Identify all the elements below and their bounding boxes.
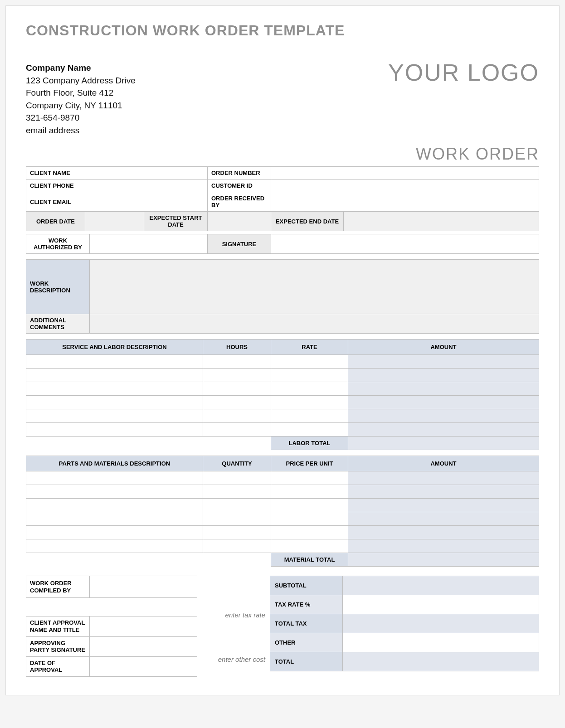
other-label: OTHER	[270, 633, 343, 652]
parts-row	[26, 512, 539, 526]
tax-rate-field[interactable]	[343, 595, 539, 614]
approving-signature-field[interactable]	[90, 636, 197, 656]
signature-label: SIGNATURE	[208, 234, 271, 254]
order-received-by-label: ORDER RECEIVED BY	[208, 192, 271, 212]
order-received-by-field[interactable]	[271, 192, 539, 212]
parts-row	[26, 485, 539, 499]
order-date-field[interactable]	[85, 212, 144, 231]
parts-price-header: PRICE PER UNIT	[271, 456, 348, 471]
approval-date-label: DATE OF APPROVAL	[26, 656, 90, 676]
client-name-label: CLIENT NAME	[26, 167, 85, 180]
total-tax-field[interactable]	[343, 614, 539, 633]
work-authorized-by-field[interactable]	[90, 234, 208, 254]
order-date-label: ORDER DATE	[26, 212, 85, 231]
service-row	[26, 355, 539, 369]
service-row	[26, 409, 539, 423]
order-number-field[interactable]	[271, 167, 539, 180]
total-field[interactable]	[343, 652, 539, 671]
approving-signature-label: APPROVING PARTY SIGNATURE	[26, 636, 90, 656]
company-phone: 321-654-9870	[26, 112, 136, 124]
client-approval-name-field[interactable]	[90, 616, 197, 636]
service-row	[26, 382, 539, 396]
authorization-table: WORK AUTHORIZED BY SIGNATURE	[26, 234, 539, 254]
tax-rate-label: TAX RATE %	[270, 595, 343, 614]
client-email-field[interactable]	[85, 192, 208, 212]
service-description-header: SERVICE AND LABOR DESCRIPTION	[26, 340, 203, 355]
service-hours-header: HOURS	[203, 340, 271, 355]
service-row	[26, 396, 539, 409]
work-description-field[interactable]	[90, 260, 539, 314]
subtotal-field[interactable]	[343, 576, 539, 595]
compiled-by-field[interactable]	[90, 576, 197, 598]
service-amount-header: AMOUNT	[348, 340, 539, 355]
approval-table: CLIENT APPROVAL NAME AND TITLE APPROVING…	[26, 616, 197, 677]
client-phone-label: CLIENT PHONE	[26, 180, 85, 192]
document-title: CONSTRUCTION WORK ORDER TEMPLATE	[26, 22, 539, 39]
customer-id-label: CUSTOMER ID	[208, 180, 271, 192]
approval-date-field[interactable]	[90, 656, 197, 676]
subtotal-label: SUBTOTAL	[270, 576, 343, 595]
client-name-field[interactable]	[85, 167, 208, 180]
client-phone-field[interactable]	[85, 180, 208, 192]
parts-amount-header: AMOUNT	[348, 456, 539, 471]
labor-total-field[interactable]	[348, 437, 539, 450]
service-rate-header: RATE	[271, 340, 348, 355]
client-email-label: CLIENT EMAIL	[26, 192, 85, 212]
tax-rate-hint: enter tax rate	[197, 604, 270, 626]
service-row	[26, 369, 539, 382]
order-number-label: ORDER NUMBER	[208, 167, 271, 180]
other-field[interactable]	[343, 633, 539, 652]
service-labor-table: SERVICE AND LABOR DESCRIPTION HOURS RATE…	[26, 339, 539, 450]
service-row	[26, 423, 539, 437]
company-address-line2: Fourth Floor, Suite 412	[26, 87, 136, 99]
total-tax-label: TOTAL TAX	[270, 614, 343, 633]
company-address-line1: 123 Company Address Drive	[26, 74, 136, 87]
left-column: WORK ORDER COMPILED BY CLIENT APPROVAL N…	[26, 576, 197, 677]
company-block: Company Name 123 Company Address Drive F…	[26, 62, 136, 136]
other-cost-hint: enter other cost	[197, 648, 270, 670]
parts-row	[26, 471, 539, 485]
additional-comments-field[interactable]	[90, 314, 539, 334]
client-info-table: CLIENT NAME ORDER NUMBER CLIENT PHONE CU…	[26, 166, 539, 231]
client-approval-name-label: CLIENT APPROVAL NAME AND TITLE	[26, 616, 90, 636]
parts-materials-table: PARTS AND MATERIALS DESCRIPTION QUANTITY…	[26, 456, 539, 567]
material-total-label: MATERIAL TOTAL	[271, 553, 348, 567]
compiled-by-box: WORK ORDER COMPILED BY	[26, 576, 197, 598]
footer-row: WORK ORDER COMPILED BY CLIENT APPROVAL N…	[26, 576, 539, 677]
logo-placeholder: YOUR LOGO	[388, 59, 539, 86]
compiled-by-label: WORK ORDER COMPILED BY	[26, 576, 90, 598]
expected-end-date-label: EXPECTED END DATE	[271, 212, 344, 231]
signature-field[interactable]	[271, 234, 539, 254]
company-name: Company Name	[26, 62, 136, 74]
total-label: TOTAL	[270, 652, 343, 671]
customer-id-field[interactable]	[271, 180, 539, 192]
parts-row	[26, 526, 539, 539]
company-email: email address	[26, 124, 136, 137]
work-order-heading: WORK ORDER	[26, 145, 539, 164]
description-table: WORK DESCRIPTION ADDITIONAL COMMENTS	[26, 259, 539, 334]
parts-row	[26, 499, 539, 512]
expected-start-date-label: EXPECTED START DATE	[144, 212, 208, 231]
parts-description-header: PARTS AND MATERIALS DESCRIPTION	[26, 456, 203, 471]
parts-quantity-header: QUANTITY	[203, 456, 271, 471]
page: CONSTRUCTION WORK ORDER TEMPLATE Company…	[5, 5, 560, 695]
additional-comments-label: ADDITIONAL COMMENTS	[26, 314, 90, 334]
work-description-label: WORK DESCRIPTION	[26, 260, 90, 314]
company-address-line3: Company City, NY 11101	[26, 99, 136, 112]
expected-start-date-field[interactable]	[208, 212, 271, 231]
parts-row	[26, 539, 539, 553]
labor-total-label: LABOR TOTAL	[271, 437, 348, 450]
work-authorized-by-label: WORK AUTHORIZED BY	[26, 234, 90, 254]
header-row: Company Name 123 Company Address Drive F…	[26, 62, 539, 136]
totals-table: SUBTOTAL TAX RATE % TOTAL TAX OTHER TOTA…	[270, 576, 539, 671]
material-total-field[interactable]	[348, 553, 539, 567]
expected-end-date-field[interactable]	[344, 212, 539, 231]
hints-column: enter tax rate enter other cost	[197, 576, 270, 670]
